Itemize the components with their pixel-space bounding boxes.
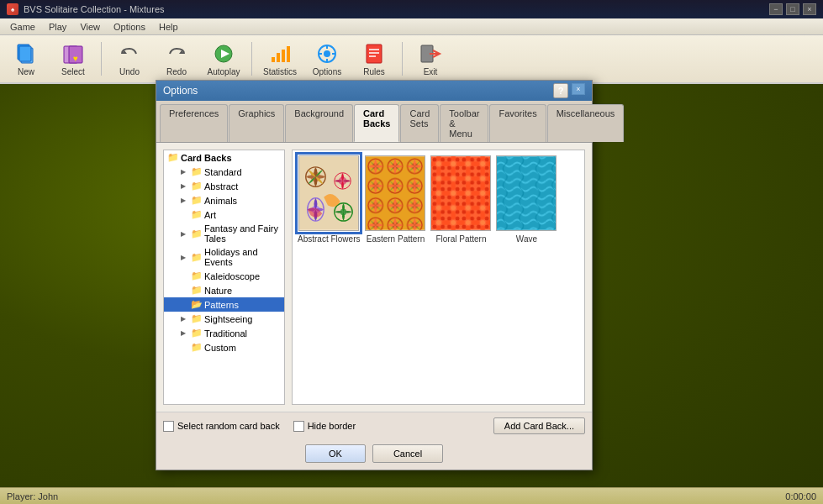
svg-rect-51 xyxy=(497,156,556,230)
card-thumb-wrapper-wave xyxy=(496,155,557,231)
folder-icon-standard: 📁 xyxy=(191,166,203,177)
dialog-title: Options xyxy=(163,85,198,97)
status-player: Player: John xyxy=(7,491,58,501)
tree-item-nature[interactable]: 📁 Nature xyxy=(164,283,284,297)
tab-card-sets[interactable]: Card Sets xyxy=(400,104,439,142)
dialog-close-button[interactable]: × xyxy=(572,83,585,95)
tab-preferences[interactable]: Preferences xyxy=(160,104,228,142)
card-back-wave[interactable]: Wave xyxy=(496,155,557,244)
checkbox-border[interactable] xyxy=(293,421,304,432)
status-time: 0:00:00 xyxy=(785,491,816,501)
dialog-bottom-bar: Select random card back Hide border Add … xyxy=(156,412,592,439)
tree-item-art[interactable]: 📁 Art xyxy=(164,207,284,222)
tree-item-kaleidoscope[interactable]: 📁 Kaleidoscope xyxy=(164,269,284,283)
card-thumb-wrapper-abstract-flowers xyxy=(298,155,359,231)
tree-panel[interactable]: 📁 Card Backs ▶ 📁 Standard ▶ 📁 Abstract ▶… xyxy=(163,150,285,405)
card-thumb-wrapper-eastern xyxy=(365,155,425,231)
tree-label-custom: Custom xyxy=(204,343,236,353)
folder-icon-abstract: 📁 xyxy=(191,181,203,192)
tab-graphics[interactable]: Graphics xyxy=(229,104,284,142)
tree-root-label: Card Backs xyxy=(181,153,232,163)
folder-icon-art: 📁 xyxy=(191,209,203,220)
tree-label-standard: Standard xyxy=(204,167,242,177)
tab-miscellaneous[interactable]: Miscellaneous xyxy=(547,104,625,142)
options-dialog: Options ? × Preferences Graphics Backgro… xyxy=(156,80,593,470)
tree-item-sightseeing[interactable]: ▶ 📁 Sightseeing xyxy=(164,312,284,326)
card-thumb-wrapper-floral xyxy=(430,155,491,231)
add-card-back-button[interactable]: Add Card Back... xyxy=(493,417,585,434)
dialog-title-controls: ? × xyxy=(553,83,585,98)
card-back-label-eastern: Eastern Pattern xyxy=(367,234,425,244)
dialog-bottom-left: Select random card back Hide border xyxy=(163,421,356,432)
folder-icon-patterns: 📂 xyxy=(191,299,203,310)
tree-item-holidays[interactable]: ▶ 📁 Holidays and Events xyxy=(164,245,284,269)
folder-icon-custom: 📁 xyxy=(191,342,203,353)
tree-label-sightseeing: Sightseeing xyxy=(204,314,253,324)
tree-label-traditional: Traditional xyxy=(204,328,247,339)
tab-card-backs[interactable]: Card Backs xyxy=(354,104,399,142)
folder-icon: 📁 xyxy=(167,152,179,163)
checkbox-random[interactable] xyxy=(163,421,174,432)
folder-icon-nature: 📁 xyxy=(191,285,203,296)
card-back-abstract-flowers[interactable]: Abstract Flowers xyxy=(298,155,360,244)
card-grid-panel[interactable]: Abstract Flowers xyxy=(292,150,585,405)
svg-rect-48 xyxy=(431,156,490,230)
folder-icon-kaleidoscope: 📁 xyxy=(191,270,203,281)
tab-toolbar-menu[interactable]: Toolbar & Menu xyxy=(440,104,488,142)
tree-root-card-backs[interactable]: 📁 Card Backs xyxy=(164,150,284,165)
tree-item-patterns[interactable]: 📂 Patterns xyxy=(164,297,284,312)
checkbox-border-text: Hide border xyxy=(308,421,356,431)
card-back-floral-pattern[interactable]: Floral Pattern xyxy=(430,155,491,244)
folder-icon-traditional: 📁 xyxy=(191,328,203,339)
tree-item-traditional[interactable]: ▶ 📁 Traditional xyxy=(164,326,284,340)
tree-label-nature: Nature xyxy=(204,286,232,296)
folder-icon-holidays: 📁 xyxy=(191,252,203,263)
dialog-help-button[interactable]: ? xyxy=(553,83,568,98)
card-back-label-wave: Wave xyxy=(516,234,537,244)
tree-item-animals[interactable]: ▶ 📁 Animals xyxy=(164,193,284,207)
tree-label-kaleidoscope: Kaleidoscope xyxy=(204,271,260,281)
svg-rect-34 xyxy=(366,156,425,230)
card-back-eastern-pattern[interactable]: Eastern Pattern xyxy=(365,155,425,244)
folder-icon-fantasy: 📁 xyxy=(191,228,203,239)
tab-favorites[interactable]: Favorites xyxy=(489,104,546,142)
tree-item-abstract[interactable]: ▶ 📁 Abstract xyxy=(164,179,284,193)
cancel-button[interactable]: Cancel xyxy=(372,444,443,463)
tree-label-abstract: Abstract xyxy=(204,181,238,192)
tree-label-animals: Animals xyxy=(204,196,237,206)
checkbox-random-text: Select random card back xyxy=(177,421,280,431)
checkbox-random-label[interactable]: Select random card back xyxy=(163,421,280,432)
tab-background[interactable]: Background xyxy=(285,104,353,142)
background-area: Options ? × Preferences Graphics Backgro… xyxy=(0,0,823,504)
tree-label-patterns: Patterns xyxy=(204,300,239,310)
tree-label-holidays: Holidays and Events xyxy=(204,247,281,267)
tree-label-art: Art xyxy=(204,210,216,220)
tree-item-standard[interactable]: ▶ 📁 Standard xyxy=(164,165,284,179)
checkbox-border-label[interactable]: Hide border xyxy=(293,421,356,432)
dialog-tabs: Preferences Graphics Background Card Bac… xyxy=(156,101,592,143)
status-bar: Player: John 0:00:00 xyxy=(0,487,823,504)
tree-item-custom[interactable]: 📁 Custom xyxy=(164,340,284,354)
ok-button[interactable]: OK xyxy=(305,444,366,463)
card-back-label-abstract-flowers: Abstract Flowers xyxy=(298,234,360,244)
dialog-content: 📁 Card Backs ▶ 📁 Standard ▶ 📁 Abstract ▶… xyxy=(156,143,592,412)
folder-icon-sightseeing: 📁 xyxy=(191,313,203,324)
dialog-footer: OK Cancel xyxy=(156,439,592,470)
folder-icon-animals: 📁 xyxy=(191,195,203,206)
tree-label-fantasy: Fantasy and Fairy Tales xyxy=(204,223,281,244)
tree-item-fantasy[interactable]: ▶ 📁 Fantasy and Fairy Tales xyxy=(164,222,284,245)
dialog-title-bar: Options ? × xyxy=(156,81,592,101)
card-back-label-floral: Floral Pattern xyxy=(435,234,486,244)
